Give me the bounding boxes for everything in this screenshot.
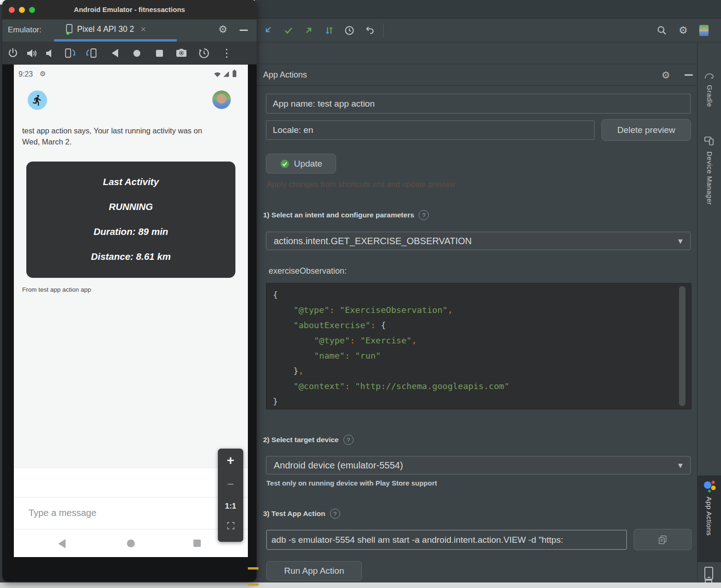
volume-up-button[interactable]	[25, 46, 39, 60]
panel-minimize-button[interactable]	[685, 74, 693, 76]
copy-icon	[657, 534, 668, 545]
user-photo-avatar[interactable]	[212, 90, 231, 109]
help-icon[interactable]: ?	[330, 509, 340, 519]
ide-title-strip	[255, 0, 721, 18]
step3-label: 3) Test App Action	[263, 510, 325, 518]
zoom-in-button[interactable]: +	[218, 453, 243, 468]
device-tab-icon	[66, 24, 73, 35]
chevron-down-icon: ▼	[678, 462, 683, 469]
snapshots-button[interactable]	[197, 46, 211, 60]
intent-dropdown[interactable]: actions.intent.GET_EXERCISE_OBSERVATION …	[266, 232, 691, 250]
yellow-mark	[248, 583, 258, 586]
nav-overview-button[interactable]	[193, 540, 201, 547]
overview-square-icon	[156, 50, 163, 57]
zoom-out-button[interactable]: −	[218, 477, 243, 492]
vcs-commit-button[interactable]	[282, 24, 295, 37]
macos-minimize-button[interactable]	[19, 7, 25, 13]
help-icon[interactable]: ?	[343, 435, 354, 445]
help-icon[interactable]: ?	[419, 210, 429, 220]
adb-command-field[interactable]: adb -s emulator-5554 shell am start -a a…	[266, 530, 627, 550]
undo-arrow-icon	[364, 24, 376, 36]
delete-preview-button[interactable]: Delete preview	[601, 119, 691, 141]
emulator-tab-bar: Emulator: Pixel 4 API 30 2 × ⚙	[2, 19, 257, 42]
locale-value: Locale: en	[273, 125, 313, 135]
more-options-button[interactable]: ⋮	[220, 46, 234, 60]
camera-icon	[174, 46, 188, 60]
power-button[interactable]	[6, 46, 20, 60]
nav-home-button[interactable]	[127, 540, 135, 547]
app-name-field[interactable]: App name: test app action	[266, 94, 691, 114]
code-scrollbar[interactable]	[679, 286, 685, 406]
emulator-titlebar[interactable]: Android Emulator - fitnessactions	[2, 0, 257, 19]
search-everywhere-button[interactable]	[655, 24, 669, 37]
step2-heading: 2) Select target device ?	[263, 435, 354, 445]
toolbar-separator	[383, 24, 384, 37]
macos-close-button[interactable]	[9, 7, 15, 13]
delete-preview-label: Delete preview	[617, 125, 675, 135]
screenshot-button[interactable]	[174, 46, 188, 60]
toolwindow-gradle[interactable]: Gradle	[698, 70, 721, 107]
signal-icon	[223, 71, 229, 79]
panel-settings-icon[interactable]: ⚙	[661, 70, 670, 81]
toolwindow-app-actions[interactable]: App Actions	[697, 475, 721, 562]
user-avatar[interactable]	[699, 25, 709, 36]
emulator-settings-icon[interactable]: ⚙	[218, 24, 228, 35]
emulator-zoom-panel: + − 1:1	[218, 449, 243, 542]
zoom-reset-button[interactable]: 1:1	[218, 502, 243, 511]
json-code-block[interactable]: { "@type": "ExerciseObservation", "about…	[266, 283, 691, 409]
intent-value: actions.intent.GET_EXERCISE_OBSERVATION	[274, 236, 472, 246]
history-icon	[197, 46, 211, 60]
app-avatar[interactable]	[28, 90, 47, 110]
runner-icon	[31, 94, 43, 106]
app-actions-panel-header: App Actions ⚙	[257, 65, 697, 86]
rotate-left-button[interactable]	[64, 46, 78, 60]
avd-tab[interactable]: Pixel 4 API 30 2 ×	[66, 24, 146, 35]
battery-icon	[232, 70, 237, 79]
rotate-right-icon	[84, 46, 98, 60]
macos-zoom-button[interactable]	[29, 7, 35, 13]
locale-field[interactable]: Locale: en	[266, 120, 595, 140]
google-assistant-icon	[703, 479, 716, 493]
phone-icon	[703, 566, 715, 580]
emulator-window-title: Android Emulator - fitnessactions	[2, 0, 257, 19]
message-placeholder: Type a message	[29, 508, 96, 518]
vcs-push-button[interactable]	[302, 24, 316, 37]
emulator-minimize-icon[interactable]	[240, 30, 248, 31]
update-button[interactable]: Update	[266, 154, 336, 174]
vcs-rollback-button[interactable]	[363, 24, 377, 37]
target-device-dropdown[interactable]: Android device (emulator-5554) ▼	[266, 456, 691, 474]
check-circle-icon	[280, 159, 290, 169]
fit-screen-button[interactable]	[218, 521, 243, 533]
tab-close-icon[interactable]: ×	[141, 24, 146, 35]
rotate-right-button[interactable]	[84, 46, 98, 60]
desktop-bottom-strip	[0, 582, 721, 588]
check-icon	[282, 24, 294, 36]
back-triangle-icon	[112, 49, 118, 57]
status-time: 9:23	[18, 70, 33, 78]
run-app-action-button[interactable]: Run App Action	[266, 561, 362, 581]
device-manager-label: Device Manager	[706, 151, 714, 205]
update-label: Update	[294, 159, 322, 169]
yellow-mark	[248, 567, 258, 570]
emulator-toolbar-label: Emulator:	[8, 25, 42, 35]
app-name-value: App name: test app action	[273, 99, 375, 109]
last-activity-card: Last Activity RUNNING Duration: 89 min D…	[26, 162, 235, 278]
vcs-history-button[interactable]	[342, 24, 356, 37]
run-label: Run App Action	[284, 566, 344, 576]
copy-command-button[interactable]	[634, 529, 691, 550]
wifi-icon	[214, 71, 221, 79]
device-value: Android device (emulator-5554)	[274, 460, 403, 471]
home-button[interactable]	[130, 46, 144, 60]
message-input-row[interactable]: Type a message	[14, 497, 248, 529]
nav-back-button[interactable]	[58, 539, 66, 548]
card-title: Last Activity	[26, 176, 235, 187]
ide-settings-button[interactable]: ⚙	[676, 24, 690, 37]
vcs-update-button[interactable]	[261, 24, 275, 37]
panel-title: App Actions	[263, 70, 307, 80]
vcs-sync-button[interactable]	[322, 24, 336, 37]
volume-up-icon	[25, 46, 39, 60]
volume-down-button[interactable]	[43, 46, 57, 60]
toolwindow-device-manager[interactable]: Device Manager	[698, 135, 721, 205]
overview-button[interactable]	[152, 46, 166, 60]
back-button[interactable]	[108, 46, 122, 60]
